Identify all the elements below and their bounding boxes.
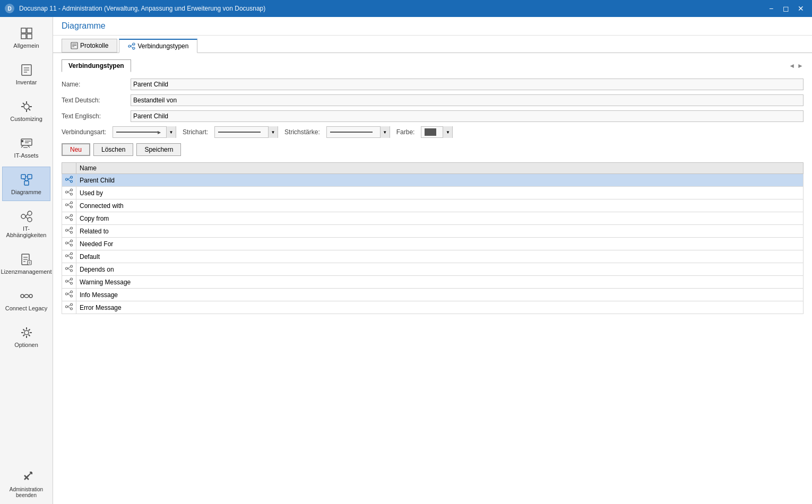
nav-next-icon[interactable]: ► xyxy=(797,62,804,69)
table-row[interactable]: Info Message xyxy=(62,289,804,301)
svg-rect-26 xyxy=(24,181,29,185)
strichstaerke-label: Strichstärke: xyxy=(284,128,320,136)
table-row[interactable]: Parent Child xyxy=(62,174,804,187)
inventar-label: Inventar xyxy=(16,79,37,85)
svg-point-77 xyxy=(66,204,68,206)
svg-text:D: D xyxy=(7,6,11,12)
sidebar-item-admin-beenden[interactable]: Administration beenden xyxy=(2,464,50,503)
strichstaerke-dropdown-arrow[interactable]: ▼ xyxy=(380,126,390,138)
svg-point-97 xyxy=(66,255,68,257)
sidebar-item-it-assets[interactable]: IT-Assets xyxy=(2,130,50,164)
svg-point-83 xyxy=(71,214,73,216)
it-assets-label: IT-Assets xyxy=(14,152,39,159)
minimize-button[interactable]: − xyxy=(764,3,778,14)
tab-verbindungstypen[interactable]: Verbindungstypen xyxy=(119,39,197,53)
strichstaerke-select[interactable]: ▼ xyxy=(326,126,390,138)
table-row[interactable]: Warning Message xyxy=(62,276,804,289)
sidebar-item-optionen[interactable]: Optionen xyxy=(2,319,50,354)
svg-line-100 xyxy=(68,254,71,256)
svg-line-16 xyxy=(29,109,30,110)
sidebar-item-inventar[interactable]: Inventar xyxy=(2,57,50,91)
svg-point-98 xyxy=(71,253,73,255)
farbe-dropdown-arrow[interactable]: ▼ xyxy=(443,126,452,138)
table-row[interactable]: Related to xyxy=(62,225,804,238)
svg-point-31 xyxy=(28,211,32,215)
table-row[interactable]: Depends on xyxy=(62,263,804,276)
action-buttons: Neu Löschen Speichern xyxy=(62,143,804,156)
sidebar-item-lizenzmanagement[interactable]: $ Lizenzmanagement xyxy=(2,246,50,281)
strichart-select[interactable]: ▼ xyxy=(214,126,278,138)
table-row[interactable]: Copy from xyxy=(62,212,804,225)
nav-prev-icon[interactable]: ◄ xyxy=(789,62,795,69)
arrow-line xyxy=(116,132,159,133)
svg-line-76 xyxy=(68,192,71,194)
table-row[interactable]: Connected with xyxy=(62,199,804,212)
app-icon: D xyxy=(4,3,15,14)
table-row[interactable]: Error Message xyxy=(62,301,804,314)
svg-line-95 xyxy=(68,241,71,243)
sidebar-item-it-abhaengigkeiten[interactable]: IT-Abhängigkeiten xyxy=(2,203,50,244)
row-icon-cell xyxy=(62,238,76,250)
svg-line-66 xyxy=(131,46,133,48)
svg-point-93 xyxy=(71,240,73,242)
titlebar: D Docusnap 11 - Administration (Verwaltu… xyxy=(0,0,812,17)
tab-protokolle[interactable]: Protokolle xyxy=(62,39,117,53)
speichern-button[interactable]: Speichern xyxy=(136,143,181,156)
table-row[interactable]: Used by xyxy=(62,187,804,199)
svg-line-33 xyxy=(25,214,28,216)
verbindungsart-dropdown-arrow[interactable]: ▼ xyxy=(166,126,176,138)
connection-type-icon xyxy=(65,290,73,298)
text-englisch-input[interactable] xyxy=(131,110,804,122)
diagramme-label: Diagramme xyxy=(11,189,41,195)
neu-button[interactable]: Neu xyxy=(62,143,90,156)
svg-line-50 xyxy=(28,329,30,331)
close-button[interactable]: ✕ xyxy=(794,3,808,14)
svg-line-86 xyxy=(68,218,71,219)
svg-point-109 xyxy=(71,282,73,284)
name-input[interactable] xyxy=(131,79,804,90)
name-label: Name: xyxy=(62,81,131,88)
svg-point-74 xyxy=(71,193,73,195)
table-row[interactable]: Needed For xyxy=(62,238,804,250)
connection-type-icon xyxy=(65,214,73,221)
sidebar-item-customizing[interactable]: Customizing xyxy=(2,93,50,128)
strichart-dropdown-arrow[interactable]: ▼ xyxy=(268,126,278,138)
lizenzmanagement-icon: $ xyxy=(19,252,34,267)
verbindungstypen-tab-icon xyxy=(128,42,135,50)
admin-beenden-icon xyxy=(19,470,34,485)
diagramme-icon xyxy=(19,172,34,187)
sidebar-item-diagramme[interactable]: Diagramme xyxy=(2,167,50,201)
svg-line-48 xyxy=(23,329,24,331)
svg-point-88 xyxy=(71,227,73,229)
sidebar-item-connect-legacy[interactable]: Connect Legacy xyxy=(2,283,50,317)
inner-tab-nav[interactable]: ◄ ► xyxy=(789,62,804,69)
svg-line-101 xyxy=(68,256,71,257)
text-deutsch-input[interactable] xyxy=(131,94,804,106)
svg-line-111 xyxy=(68,281,71,283)
optionen-icon xyxy=(19,325,34,340)
loeschen-button[interactable]: Löschen xyxy=(93,143,133,156)
sidebar-item-allgemein[interactable]: Allgemein xyxy=(2,20,50,55)
connect-legacy-label: Connect Legacy xyxy=(5,305,48,311)
row-icon-cell xyxy=(62,212,76,225)
svg-point-69 xyxy=(71,180,73,183)
solid-line xyxy=(218,132,261,133)
svg-point-32 xyxy=(28,218,32,222)
row-name: Error Message xyxy=(76,301,804,314)
farbe-select[interactable]: ▼ xyxy=(421,126,453,138)
text-deutsch-row: Text Deutsch: xyxy=(62,94,804,106)
it-abhaengigkeiten-icon xyxy=(19,209,34,224)
row-icon-cell xyxy=(62,301,76,314)
row-name: Copy from xyxy=(76,212,804,225)
restore-button[interactable]: ◻ xyxy=(779,3,793,14)
table-row[interactable]: Default xyxy=(62,250,804,263)
verbindungsart-select[interactable]: ▼ xyxy=(113,126,176,138)
text-englisch-row: Text Englisch: xyxy=(62,110,804,122)
svg-line-80 xyxy=(68,203,71,205)
svg-line-120 xyxy=(68,305,71,307)
row-name: Connected with xyxy=(76,199,804,212)
svg-line-65 xyxy=(131,45,133,46)
svg-line-71 xyxy=(68,179,71,181)
svg-point-10 xyxy=(24,104,29,109)
inner-tab-verbindungstypen[interactable]: Verbindungstypen xyxy=(62,59,131,72)
